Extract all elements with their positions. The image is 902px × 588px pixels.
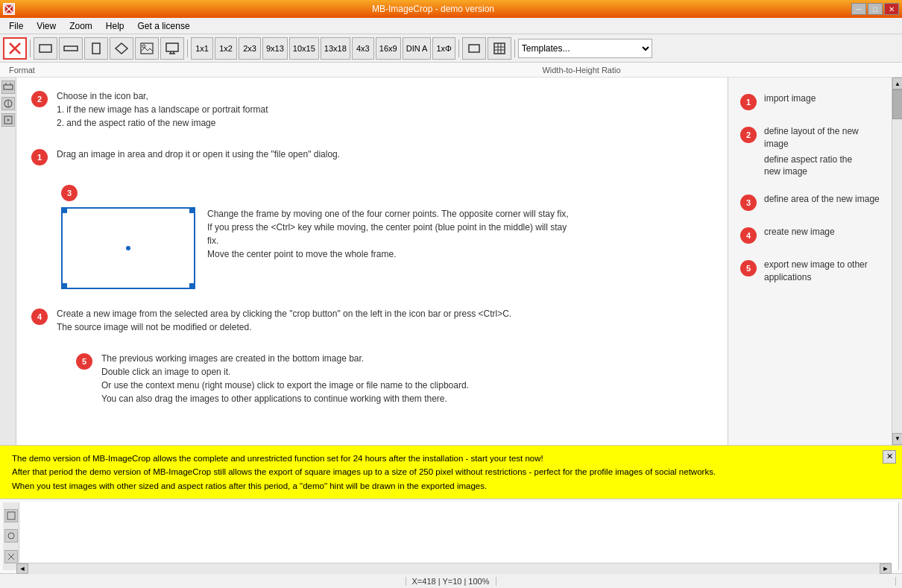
right-scrollbar: ▲ ▼ <box>892 78 902 445</box>
svg-rect-16 <box>494 43 505 54</box>
right-step-text-4: create new image <box>764 226 835 238</box>
content-area: 2 Choose in the icon bar, 1. if the new … <box>16 78 728 445</box>
right-step-circle-4: 4 <box>740 227 757 244</box>
step-section-2: 1 Drag an image in area and drop it or o… <box>31 148 713 165</box>
sidebar-tool-3[interactable] <box>1 113 15 127</box>
demo-line-2: After that period the demo version of MB… <box>12 465 880 478</box>
right-step-circle-5: 5 <box>740 260 757 276</box>
h-scrollbar: ◄ ► <box>16 563 892 573</box>
ratio-4x3-button[interactable]: 4x3 <box>352 37 374 60</box>
demo-close-button[interactable]: ✕ <box>883 450 896 464</box>
bottom-sidebar-btn-1[interactable] <box>4 509 18 522</box>
help-content: 2 Choose in the icon bar, 1. if the new … <box>16 78 728 435</box>
crop-tool-button[interactable] <box>3 37 27 60</box>
svg-point-10 <box>142 45 145 48</box>
step-text-5: The previous working images are created … <box>101 352 469 405</box>
demo-banner: ✕ The demo version of MB-ImageCrop allow… <box>0 445 902 499</box>
corner-tl <box>61 207 67 213</box>
shape-rectangle-button[interactable] <box>462 37 486 60</box>
step-number-3: 3 <box>61 185 78 201</box>
corner-br <box>189 283 195 289</box>
right-step-5: 5 export new image to other applications <box>740 259 880 284</box>
scrollbar-track <box>892 89 902 433</box>
menu-bar: File View Zoom Help Get a license <box>0 18 902 34</box>
format-wide-button[interactable] <box>59 37 83 60</box>
menu-help[interactable]: Help <box>100 19 130 33</box>
crop-frame-center-point <box>126 246 130 250</box>
hscroll-right-button[interactable]: ► <box>880 563 892 574</box>
svg-rect-11 <box>166 43 178 51</box>
right-step-text-5: export new image to other applications <box>764 259 880 284</box>
menu-zoom[interactable]: Zoom <box>63 19 98 33</box>
menu-file[interactable]: File <box>3 19 29 33</box>
step-row-3-num: 3 <box>61 183 195 201</box>
minimize-button[interactable]: ─ <box>851 3 866 15</box>
ratio-1x2-button[interactable]: 1x2 <box>215 37 237 60</box>
hscroll-track <box>28 563 880 574</box>
svg-marker-8 <box>116 43 127 54</box>
format-diamond-button[interactable] <box>110 37 133 60</box>
maximize-button[interactable]: □ <box>868 3 883 15</box>
ratio-16x9-button[interactable]: 16x9 <box>376 37 401 60</box>
templates-dropdown[interactable]: Templates... <box>518 39 652 58</box>
svg-rect-5 <box>40 45 51 52</box>
svg-rect-21 <box>4 85 13 89</box>
scrollbar-thumb[interactable] <box>892 89 902 119</box>
main-area: 2 Choose in the icon bar, 1. if the new … <box>0 78 902 445</box>
format-portrait-button[interactable] <box>84 37 108 60</box>
ratio-dina-button[interactable]: DIN A <box>403 37 432 60</box>
step-section-4: 4 Create a new image from the selected a… <box>31 307 713 334</box>
right-step-3: 3 define area of the new image <box>740 193 880 211</box>
step-text-4: Create a new image from the selected are… <box>57 307 511 334</box>
format-landscape-button[interactable] <box>34 37 57 60</box>
sidebar-tool-2[interactable] <box>1 97 15 110</box>
sub-toolbar: Format Width-to-Height Ratio <box>0 63 902 78</box>
step-number-2: 1 <box>31 149 48 165</box>
svg-point-30 <box>8 533 14 539</box>
bottom-sidebar-btn-3[interactable] <box>4 550 18 563</box>
step-row-1: 2 Choose in the icon bar, 1. if the new … <box>31 89 713 130</box>
menu-license[interactable]: Get a license <box>132 19 196 33</box>
ratio-13x18-button[interactable]: 13x18 <box>321 37 350 60</box>
status-bar: X=418 | Y=10 | 100% <box>0 573 902 588</box>
step-number-1: 2 <box>31 91 48 107</box>
corner-bl <box>61 283 67 289</box>
step-text-3: Change the frame by moving one of the fo… <box>207 207 580 261</box>
scrollbar-down-button[interactable]: ▼ <box>892 433 902 445</box>
sidebar-tool-1[interactable] <box>1 80 15 94</box>
step-number-5: 5 <box>76 353 92 370</box>
separator-3 <box>458 39 459 57</box>
left-sidebar <box>0 78 16 445</box>
right-step-circle-1: 1 <box>740 94 757 110</box>
format-screen-button[interactable] <box>160 37 184 60</box>
window-title: MB-ImageCrop - demo version <box>15 4 851 14</box>
status-sections: X=418 | Y=10 | 100% <box>6 577 896 586</box>
step-text-2: Drag an image in area and drop it or ope… <box>57 148 340 161</box>
step-text-1: Choose in the icon bar, 1. if the new im… <box>57 89 268 130</box>
title-bar: MB-ImageCrop - demo version ─ □ ✕ <box>0 0 902 18</box>
bottom-image-area <box>19 502 899 570</box>
hscroll-left-button[interactable]: ◄ <box>16 563 28 574</box>
menu-view[interactable]: View <box>31 19 62 33</box>
bottom-sidebar-btn-2[interactable] <box>4 529 18 543</box>
svg-rect-15 <box>469 45 479 52</box>
ratio-1xphi-button[interactable]: 1xΦ <box>432 37 455 60</box>
ratio-2x3-button[interactable]: 2x3 <box>239 37 261 60</box>
step-row-5: 5 The previous working images are create… <box>31 352 713 405</box>
ratio-1x1-button[interactable]: 1x1 <box>191 37 213 60</box>
format-image-button[interactable] <box>135 37 159 60</box>
step-section-1: 2 Choose in the icon bar, 1. if the new … <box>31 89 713 130</box>
crop-frame-demo <box>61 207 195 289</box>
scrollbar-up-button[interactable]: ▲ <box>892 78 902 89</box>
shape-grid-button[interactable] <box>488 37 511 60</box>
corner-tr <box>189 207 195 213</box>
status-coords: X=418 | Y=10 | 100% <box>406 577 496 586</box>
step-row-2: 1 Drag an image in area and drop it or o… <box>31 148 713 165</box>
step-row-4: 4 Create a new image from the selected a… <box>31 307 713 334</box>
ratio-9x13-button[interactable]: 9x13 <box>262 37 288 60</box>
status-empty-2 <box>496 577 897 586</box>
close-button[interactable]: ✕ <box>884 3 899 15</box>
right-step-1: 1 import image <box>740 92 880 110</box>
ratio-10x15-button[interactable]: 10x15 <box>289 37 319 60</box>
format-label: Format <box>3 66 41 75</box>
